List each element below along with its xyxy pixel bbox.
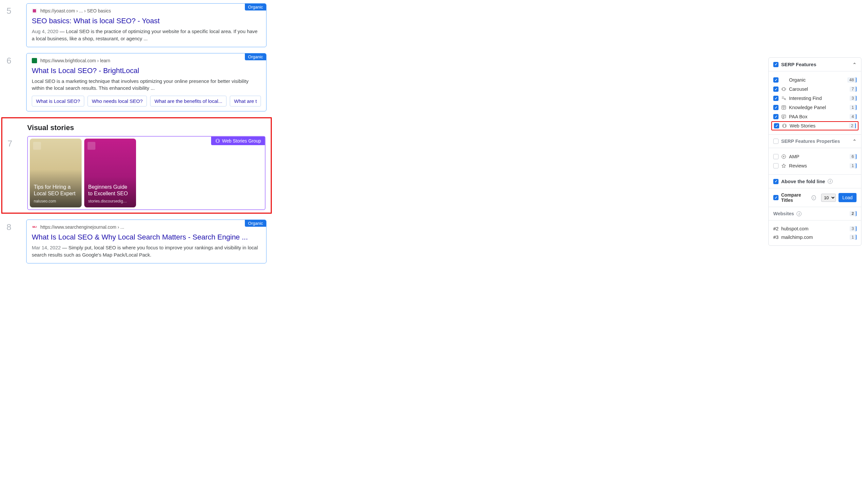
checkbox-icon[interactable] [773,105,778,110]
sitelink-chip[interactable]: Who needs local SEO? [88,96,147,106]
above-fold-toggle[interactable]: Above the fold line i [773,179,857,184]
checkbox-icon[interactable] [773,87,778,92]
url-row: https://www.brightlocal.com › learn [32,58,261,63]
svg-rect-3 [783,88,785,90]
feature-row-carousel[interactable]: Carousel7 [773,85,857,94]
story-title: Tips for Hiring a Local SEO Expert [34,184,78,197]
feature-label: PAA Box [789,114,847,119]
feature-label: Carousel [789,87,847,92]
web-stories-group[interactable]: Web Stories Group Tips for Hiring a Loca… [27,136,266,210]
features-list: Organic48Carousel7Interesting Find3Knowl… [769,71,861,135]
organic-badge: Organic [245,54,267,60]
chevron-up-icon[interactable]: ⌃ [852,62,857,67]
compare-count-select[interactable]: 10 [821,194,836,202]
checkbox-icon[interactable] [773,195,778,200]
sitelink-chip[interactable]: What are t [230,96,261,106]
website-row[interactable]: #3 mailchimp.com1 [773,233,857,242]
prop-row-reviews[interactable]: Reviews1 [773,161,857,170]
info-icon[interactable]: i [812,195,816,200]
count-badge: 3 [850,226,857,231]
star-icon [781,163,786,168]
count-badge: 1 [850,105,857,110]
visual-stories-heading: Visual stories [27,124,266,132]
feature-label: Interesting Find [789,96,847,101]
count-badge: 1 [850,163,857,168]
carousel-icon [781,87,786,92]
sitelink-chip[interactable]: What is Local SEO? [32,96,84,106]
websites-header[interactable]: Websites i 2 [773,211,857,216]
rank-number: 5 [6,3,26,16]
feature-row-organic[interactable]: Organic48 [773,75,857,85]
favicon-icon: SEJ [32,224,37,230]
serp-description: Local SEO is a marketing technique that … [32,78,261,92]
story-card[interactable]: Beginners Guide to Excellent SEO stories… [84,138,136,207]
info-icon[interactable]: i [797,211,802,216]
checkbox-icon[interactable] [773,154,778,159]
checkbox-icon[interactable] [773,138,778,144]
prop-label: AMP [789,154,847,159]
checkbox-icon[interactable] [773,77,778,83]
rank-number: 7 [7,136,27,149]
serp-title[interactable]: What Is Local SEO? - BrightLocal [32,66,261,75]
story-card[interactable]: Tips for Hiring a Local SEO Expert nalus… [30,138,82,207]
stories-icon [215,138,220,143]
prop-row-amp[interactable]: AMP6 [773,152,857,161]
serp-card[interactable]: Organic https://www.brightlocal.com › le… [26,53,267,112]
load-button[interactable]: Load [838,193,857,202]
feature-row-interesting-find[interactable]: Interesting Find3 [773,94,857,103]
count-badge: 4 [850,114,857,119]
paa-icon [781,114,786,119]
count-badge: 1 [850,234,857,240]
checkbox-icon[interactable] [773,114,778,119]
highlight-visual-stories: Visual stories 7 Web Stories Group Tips … [1,117,272,214]
serp-results: 5 Organic https://yoast.com › ... › SEO … [6,3,267,269]
feature-row-paa-box[interactable]: PAA Box4 [773,112,857,121]
compare-titles-row: Compare Titles i 10 Load [773,192,857,203]
blank-icon [781,77,786,83]
checkbox-icon[interactable] [773,62,778,67]
serp-features-header[interactable]: SERP Features ⌃ [773,62,857,67]
serp-row: 8 Organic SEJ https://www.searchenginejo… [6,220,267,263]
sitelink-chip[interactable]: What are the benefits of local... [150,96,226,106]
serp-card[interactable]: Organic https://yoast.com › ... › SEO ba… [26,3,267,47]
feature-label: Knowledge Panel [789,105,847,110]
website-domain: hubspot.com [781,226,808,231]
story-title: Beginners Guide to Excellent SEO [88,184,132,197]
website-rank: #2 [773,226,778,231]
serp-row: 5 Organic https://yoast.com › ... › SEO … [6,3,267,47]
checkbox-icon[interactable] [774,123,779,128]
website-domain: mailchimp.com [781,234,813,240]
feature-row-web-stories[interactable]: Web Stories2 [771,121,859,130]
story-domain: naluseo.com [34,199,78,203]
feature-row-knowledge-panel[interactable]: Knowledge Panel1 [773,103,857,112]
rank-number: 6 [6,53,26,66]
prop-label: Reviews [789,163,847,168]
serp-title[interactable]: SEO basics: What is local SEO? - Yoast [32,17,261,25]
compare-titles-label: Compare Titles [781,192,809,203]
favicon-icon [32,8,37,13]
find-icon [781,96,786,101]
checkbox-icon[interactable] [773,163,778,168]
svg-rect-16 [782,115,786,118]
url-row: https://yoast.com › ... › SEO basics [32,8,261,13]
chevron-up-icon[interactable]: ⌃ [852,138,857,144]
favicon-icon [32,58,37,63]
url-text: https://www.brightlocal.com › learn [40,58,110,63]
svg-rect-0 [216,139,219,143]
feature-label: Web Stories [789,123,846,128]
organic-badge: Organic [245,220,267,227]
chip-row: What is Local SEO? Who needs local SEO? … [32,96,261,106]
checkbox-icon[interactable] [773,96,778,101]
serp-card[interactable]: Organic SEJ https://www.searchenginejour… [26,220,267,263]
websites-list: #2 hubspot.com3#3 mailchimp.com1 [769,221,861,246]
stories-icon [782,123,787,128]
serp-title[interactable]: What Is Local SEO & Why Local Search Mat… [32,233,261,242]
serp-features-properties-header[interactable]: SERP Features Properties ⌃ [773,138,857,144]
count-badge: 2 [849,123,856,128]
info-icon[interactable]: i [828,179,833,184]
story-thumb-icon [88,142,95,150]
url-text: https://yoast.com › ... › SEO basics [40,8,111,13]
website-row[interactable]: #2 hubspot.com3 [773,224,857,233]
checkbox-icon[interactable] [773,179,778,184]
serp-row: 6 Organic https://www.brightlocal.com › … [6,53,267,112]
